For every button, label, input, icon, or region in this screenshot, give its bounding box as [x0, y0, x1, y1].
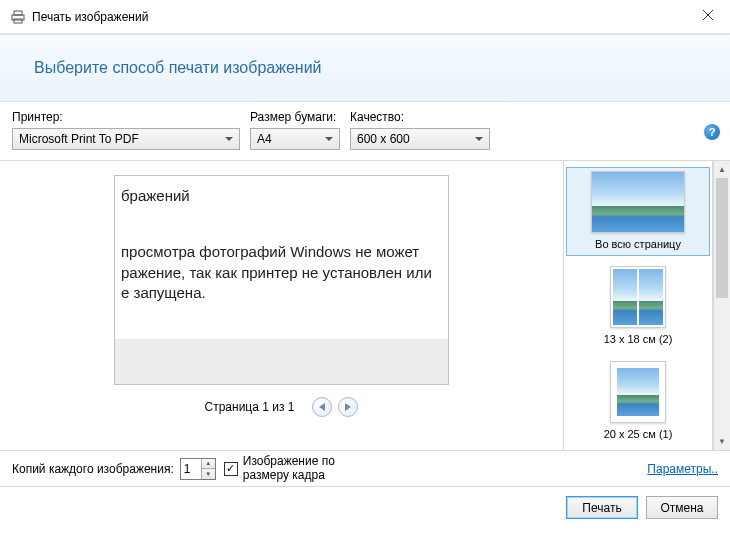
preview-body-line: ражение, так как принтер не установлен и… [121, 263, 448, 283]
cancel-button[interactable]: Отмена [646, 496, 718, 519]
action-buttons-row: Печать Отмена [0, 486, 730, 528]
layout-label: Во всю страницу [595, 238, 681, 250]
copies-up-button[interactable]: ▲ [202, 459, 215, 470]
copies-label: Копий каждого изображения: [12, 462, 174, 476]
preview-footer-block [115, 339, 448, 384]
print-button[interactable]: Печать [566, 496, 638, 519]
layout-pane: Во всю страницу 13 x 18 см (2) 20 x 25 с… [563, 161, 713, 450]
chevron-down-icon [475, 137, 483, 141]
fit-label: Изображение по размеру кадра [243, 455, 363, 481]
main-area: бражений просмотра фотографий Windows не… [0, 160, 730, 450]
fit-checkbox[interactable]: ✓ [224, 462, 238, 476]
copies-spinner[interactable]: ▲ ▼ [180, 458, 216, 480]
chevron-down-icon [325, 137, 333, 141]
window-title: Печать изображений [32, 10, 148, 24]
layout-label: 20 x 25 см (1) [604, 428, 673, 440]
copies-down-button[interactable]: ▼ [202, 469, 215, 479]
preview-body-line: просмотра фотографий Windows не может [121, 242, 448, 262]
next-page-button[interactable] [338, 397, 358, 417]
layout-scrollbar[interactable]: ▲ ▼ [713, 161, 730, 450]
svg-marker-6 [345, 403, 351, 411]
parameters-link[interactable]: Параметры.. [647, 462, 718, 476]
options-row: Копий каждого изображения: ▲ ▼ ✓ Изображ… [0, 450, 730, 486]
paper-dropdown[interactable]: A4 [250, 128, 340, 150]
svg-marker-5 [319, 403, 325, 411]
preview-pane: бражений просмотра фотографий Windows не… [0, 161, 563, 450]
page-indicator: Страница 1 из 1 [205, 400, 295, 414]
print-controls: Принтер: Microsoft Print To PDF Размер б… [0, 102, 730, 160]
title-bar: Печать изображений [0, 0, 730, 34]
close-button[interactable] [685, 0, 730, 30]
layout-option-13x18[interactable]: 13 x 18 см (2) [566, 262, 710, 351]
svg-rect-0 [14, 11, 22, 15]
printer-value: Microsoft Print To PDF [19, 132, 139, 146]
scroll-track[interactable] [714, 178, 730, 433]
chevron-down-icon [225, 137, 233, 141]
banner-heading: Выберите способ печати изображений [0, 34, 730, 102]
printer-label: Принтер: [12, 110, 240, 124]
prev-page-button[interactable] [312, 397, 332, 417]
printer-dropdown[interactable]: Microsoft Print To PDF [12, 128, 240, 150]
quality-dropdown[interactable]: 600 x 600 [350, 128, 490, 150]
copies-input[interactable] [181, 459, 201, 479]
scroll-up-button[interactable]: ▲ [714, 161, 730, 178]
preview-title-fragment: бражений [121, 186, 448, 206]
preview-body-line: е запущена. [121, 283, 448, 303]
quality-value: 600 x 600 [357, 132, 410, 146]
preview-page: бражений просмотра фотографий Windows не… [114, 175, 449, 385]
paper-value: A4 [257, 132, 272, 146]
layout-option-20x25[interactable]: 20 x 25 см (1) [566, 357, 710, 446]
help-icon[interactable]: ? [704, 124, 720, 140]
printer-icon [10, 9, 26, 25]
quality-label: Качество: [350, 110, 490, 124]
layout-label: 13 x 18 см (2) [604, 333, 673, 345]
paper-label: Размер бумаги: [250, 110, 340, 124]
scroll-down-button[interactable]: ▼ [714, 433, 730, 450]
layout-option-full[interactable]: Во всю страницу [566, 167, 710, 256]
scroll-thumb[interactable] [716, 178, 728, 298]
